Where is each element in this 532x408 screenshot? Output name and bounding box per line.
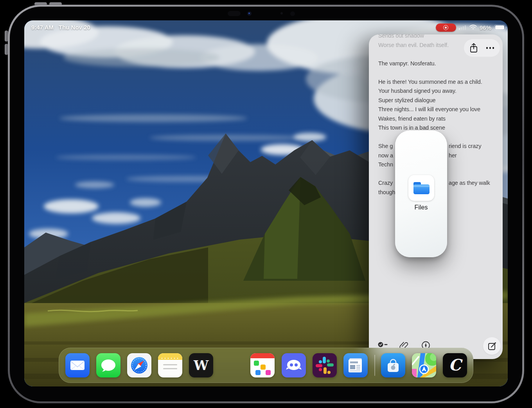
note-header-actions bbox=[464, 39, 500, 57]
dock: WC bbox=[59, 348, 473, 383]
note-line: He is there! You summoned me as a child. bbox=[378, 78, 503, 87]
notes-app-icon[interactable] bbox=[158, 353, 182, 377]
files-app-label: Files bbox=[415, 204, 428, 211]
screen: 9:47 AM Thu Nov 20 96% bbox=[24, 20, 508, 386]
safari-app-icon[interactable] bbox=[127, 353, 151, 377]
note-line: Wakes, friend eaten by rats bbox=[378, 114, 503, 124]
note-line: Super stylized dialogue bbox=[378, 96, 503, 105]
chronicle-app-icon[interactable]: C bbox=[443, 353, 467, 377]
files-folder-icon bbox=[408, 175, 434, 201]
microphone-dot bbox=[280, 12, 283, 14]
battery-percent-label: 96% bbox=[480, 24, 491, 31]
apple-store-app-icon[interactable] bbox=[381, 353, 405, 377]
svg-text:W: W bbox=[193, 357, 209, 373]
cellular-signal-icon bbox=[459, 25, 467, 30]
status-right: 96% bbox=[436, 23, 505, 32]
wifi-icon bbox=[469, 25, 477, 30]
front-camera-icon bbox=[247, 11, 252, 16]
mail-app-icon[interactable] bbox=[65, 353, 90, 377]
screen-recording-indicator[interactable] bbox=[436, 23, 456, 32]
compose-button[interactable] bbox=[483, 337, 501, 355]
files-app-icon bbox=[408, 175, 434, 201]
slack-app-icon[interactable] bbox=[313, 353, 337, 377]
record-icon bbox=[443, 25, 448, 30]
dock-divider bbox=[374, 355, 375, 376]
status-date: Thu Nov 20 bbox=[59, 24, 90, 31]
battery-fill bbox=[495, 25, 504, 29]
note-line-fragment-left: Crazy bbox=[378, 180, 393, 186]
compose-icon bbox=[487, 341, 497, 351]
battery-icon bbox=[494, 25, 505, 31]
more-icon bbox=[486, 47, 494, 49]
screenshot-root: { "device": {"type": "ipad", "orientatio… bbox=[0, 0, 532, 408]
calendar-app-icon[interactable] bbox=[250, 353, 275, 377]
sensor-dot bbox=[290, 11, 295, 16]
share-button[interactable] bbox=[467, 42, 480, 55]
discord-app-icon[interactable] bbox=[282, 353, 306, 377]
more-button[interactable] bbox=[483, 42, 497, 55]
note-line: Three nights... I will kill everyone you… bbox=[378, 105, 503, 114]
share-icon bbox=[469, 43, 478, 54]
note-line: Your husband signed you away. bbox=[378, 87, 503, 96]
note-blank-line bbox=[378, 68, 503, 78]
messages-app-icon[interactable] bbox=[96, 353, 120, 377]
status-bar: 9:47 AM Thu Nov 20 96% bbox=[24, 20, 508, 32]
svg-text:C: C bbox=[449, 356, 463, 374]
note-line-fragment-right: riend is crazy bbox=[449, 142, 481, 151]
status-time: 9:47 AM bbox=[31, 24, 54, 31]
camera-pill bbox=[228, 11, 241, 16]
note-line-fragment-right: her bbox=[449, 151, 457, 161]
files-app-drag-card[interactable]: Files bbox=[395, 130, 447, 257]
note-line-fragment-right: age as they walk bbox=[449, 179, 490, 188]
note-line-fragment-left: now a bbox=[378, 152, 393, 159]
note-line-fragment-left: though bbox=[378, 189, 395, 195]
note-line: The vampyr. Nosferatu. bbox=[378, 59, 503, 69]
note-line-fragment-left: She g bbox=[378, 143, 393, 149]
note-line: This town is in a bad scene bbox=[378, 123, 503, 133]
news-app-icon[interactable] bbox=[343, 353, 368, 377]
battery-nub bbox=[506, 26, 507, 29]
note-line-fragment-left: Techn bbox=[378, 161, 393, 168]
maps-app-icon[interactable] bbox=[412, 353, 436, 377]
wikipedia-app-icon[interactable]: W bbox=[189, 353, 213, 377]
status-left: 9:47 AM Thu Nov 20 bbox=[31, 24, 90, 31]
